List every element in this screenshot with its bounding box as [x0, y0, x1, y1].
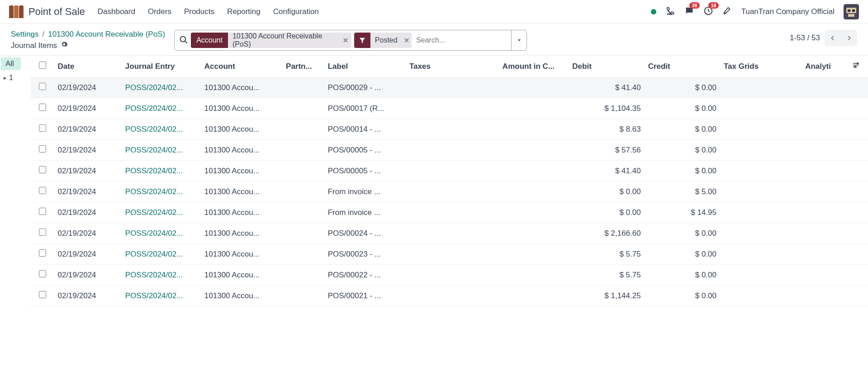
search-icon [179, 35, 188, 46]
cell-date: 02/19/2024 [54, 77, 121, 98]
table-row[interactable]: 02/19/2024POSS/2024/02...101300 Accou...… [31, 265, 868, 286]
cell-entry[interactable]: POSS/2024/02... [122, 244, 201, 265]
cell-entry[interactable]: POSS/2024/02... [122, 181, 201, 202]
nav-configuration[interactable]: Configuration [273, 7, 319, 16]
activities-badge: 18 [708, 2, 718, 9]
col-header-date[interactable]: Date [54, 56, 121, 77]
pager-prev[interactable] [825, 30, 841, 46]
search-input[interactable] [412, 30, 511, 50]
breadcrumb-current[interactable]: 101300 Account Receivable (PoS) [48, 30, 165, 39]
cell-entry[interactable]: POSS/2024/02... [122, 265, 201, 286]
table-row[interactable]: 02/19/2024POSS/2024/02...101300 Accou...… [31, 140, 868, 161]
cell-taxes [406, 223, 499, 244]
col-header-grids[interactable]: Tax Grids [720, 56, 802, 77]
table-row[interactable]: 02/19/2024POSS/2024/02...101300 Accou...… [31, 77, 868, 98]
cell-grids [720, 140, 802, 161]
cell-account: 101300 Accou... [201, 181, 282, 202]
row-checkbox[interactable] [39, 270, 46, 277]
sidebar-group-1[interactable]: ▸ 1 [0, 72, 31, 84]
row-checkbox[interactable] [39, 249, 46, 257]
nav-dashboard[interactable]: Dashboard [98, 7, 135, 16]
row-checkbox[interactable] [39, 229, 46, 236]
row-checkbox[interactable] [39, 83, 46, 90]
col-header-taxes[interactable]: Taxes [406, 56, 499, 77]
app-logo[interactable] [9, 5, 24, 18]
table-row[interactable]: 02/19/2024POSS/2024/02...101300 Accou...… [31, 202, 868, 223]
cell-label: POS/00022 - ... [324, 265, 406, 286]
cell-entry[interactable]: POSS/2024/02... [122, 98, 201, 119]
table-row[interactable]: 02/19/2024POSS/2024/02...101300 Accou...… [31, 98, 868, 119]
cell-analytic [802, 181, 848, 202]
search-options-toggle[interactable] [511, 30, 526, 50]
messages-icon[interactable]: 39 [684, 6, 694, 17]
cell-entry[interactable]: POSS/2024/02... [122, 161, 201, 181]
optional-columns-icon[interactable] [852, 62, 860, 71]
pager-next[interactable] [841, 30, 857, 46]
company-switcher[interactable]: TuanTran Company Official [741, 7, 835, 16]
cell-partner [282, 161, 324, 181]
table-row[interactable]: 02/19/2024POSS/2024/02...101300 Accou...… [31, 223, 868, 244]
col-header-credit[interactable]: Credit [645, 56, 720, 77]
row-checkbox[interactable] [39, 291, 46, 298]
view-title: Journal Items [11, 41, 57, 50]
col-header-partner[interactable]: Partn... [282, 56, 324, 77]
table-row[interactable]: 02/19/2024POSS/2024/02...101300 Accou...… [31, 181, 868, 202]
table-row[interactable]: 02/19/2024POSS/2024/02...101300 Accou...… [31, 161, 868, 181]
row-checkbox[interactable] [39, 166, 46, 173]
cell-account: 101300 Accou... [201, 161, 282, 181]
cog-dropdown-icon[interactable] [61, 41, 68, 50]
cell-grids [720, 202, 802, 223]
cell-entry[interactable]: POSS/2024/02... [122, 77, 201, 98]
app-title[interactable]: Point of Sale [28, 6, 85, 18]
select-all-checkbox[interactable] [39, 62, 46, 69]
row-checkbox[interactable] [39, 208, 46, 215]
user-avatar[interactable] [844, 4, 859, 19]
cell-credit: $ 0.00 [645, 223, 720, 244]
activities-icon[interactable]: 18 [703, 6, 713, 17]
breadcrumb-root[interactable]: Settings [11, 30, 38, 39]
col-header-label[interactable]: Label [324, 56, 406, 77]
col-header-debit[interactable]: Debit [569, 56, 644, 77]
facet-remove-account[interactable] [340, 33, 351, 48]
cell-partner [282, 181, 324, 202]
table-row[interactable]: 02/19/2024POSS/2024/02...101300 Accou...… [31, 244, 868, 265]
cell-date: 02/19/2024 [54, 140, 121, 161]
row-checkbox[interactable] [39, 145, 46, 152]
cell-entry[interactable]: POSS/2024/02... [122, 202, 201, 223]
row-checkbox[interactable] [39, 104, 46, 111]
row-checkbox[interactable] [39, 187, 46, 194]
pager-counter[interactable]: 1-53 / 53 [790, 33, 820, 43]
cell-amount [499, 286, 569, 306]
debug-icon[interactable] [722, 6, 732, 17]
col-header-analytic[interactable]: Analyti [802, 56, 848, 77]
cell-grids [720, 161, 802, 181]
facet-remove-posted[interactable] [402, 33, 412, 48]
table-row[interactable]: 02/19/2024POSS/2024/02...101300 Accou...… [31, 119, 868, 140]
voip-icon[interactable] [665, 6, 675, 17]
presence-indicator[interactable] [651, 9, 656, 14]
search-bar[interactable]: Account 101300 Account Receivable (PoS) … [174, 30, 527, 51]
cell-analytic [802, 244, 848, 265]
cell-account: 101300 Accou... [201, 77, 282, 98]
nav-products[interactable]: Products [184, 7, 214, 16]
cell-entry[interactable]: POSS/2024/02... [122, 223, 201, 244]
search-panel-sidebar: All ▸ 1 [0, 56, 31, 381]
cell-amount [499, 244, 569, 265]
row-checkbox[interactable] [39, 124, 46, 132]
col-header-amount[interactable]: Amount in C... [499, 56, 569, 77]
nav-reporting[interactable]: Reporting [227, 7, 261, 16]
cell-partner [282, 202, 324, 223]
table-row[interactable]: 02/19/2024POSS/2024/02...101300 Accou...… [31, 286, 868, 306]
funnel-icon [354, 33, 370, 48]
cell-analytic [802, 77, 848, 98]
caret-right-icon: ▸ [4, 75, 6, 81]
cell-entry[interactable]: POSS/2024/02... [122, 140, 201, 161]
sidebar-all[interactable]: All [1, 57, 21, 70]
cell-entry[interactable]: POSS/2024/02... [122, 119, 201, 140]
col-header-account[interactable]: Account [201, 56, 282, 77]
cell-taxes [406, 244, 499, 265]
nav-orders[interactable]: Orders [148, 7, 171, 16]
col-header-entry[interactable]: Journal Entry [122, 56, 201, 77]
facet-value-account: 101300 Account Receivable (PoS) [228, 33, 340, 48]
cell-entry[interactable]: POSS/2024/02... [122, 286, 201, 306]
